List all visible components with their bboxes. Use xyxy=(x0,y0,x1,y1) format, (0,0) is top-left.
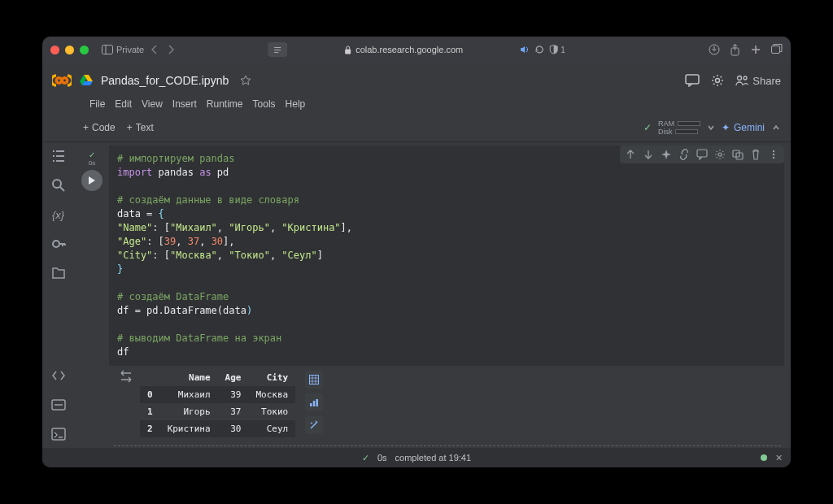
left-rail: {x} xyxy=(42,142,75,448)
menu-file[interactable]: File xyxy=(89,98,105,110)
delete-cell-icon[interactable] xyxy=(750,149,761,160)
svg-rect-19 xyxy=(52,428,65,440)
gemini-button[interactable]: ✦ Gemini xyxy=(722,122,765,133)
toc-icon[interactable] xyxy=(51,149,66,163)
col-name: Name xyxy=(160,369,218,386)
back-button[interactable] xyxy=(150,45,159,54)
new-tab-icon[interactable] xyxy=(750,44,761,55)
colab-logo-icon[interactable] xyxy=(52,71,72,90)
menu-runtime[interactable]: Runtime xyxy=(207,98,243,110)
svg-point-10 xyxy=(62,78,67,83)
share-button[interactable]: Share xyxy=(735,75,781,87)
secrets-icon[interactable] xyxy=(51,237,66,251)
status-completed: completed at 19:41 xyxy=(395,453,472,463)
variables-icon[interactable]: {x} xyxy=(51,207,66,222)
refresh-icon[interactable] xyxy=(534,46,544,54)
terminal-icon[interactable] xyxy=(51,427,66,441)
reader-button[interactable] xyxy=(268,42,287,57)
interactive-table-icon[interactable] xyxy=(305,371,323,389)
svg-rect-3 xyxy=(274,50,281,50)
files-icon[interactable] xyxy=(51,266,66,280)
menu-tools[interactable]: Tools xyxy=(253,98,276,110)
share-icon[interactable] xyxy=(730,44,740,56)
add-code-button[interactable]: +Code xyxy=(83,122,116,133)
svg-rect-8 xyxy=(772,46,780,53)
toggle-output-icon[interactable] xyxy=(119,369,133,384)
gemini-star-icon: ✦ xyxy=(722,122,730,133)
dataframe-table: Name Age City 0 Михаил 39 Москва 1 Игорь… xyxy=(140,369,295,437)
resource-indicator[interactable]: RAM Disk xyxy=(658,119,700,136)
svg-rect-4 xyxy=(274,52,278,53)
gemini-cell-icon[interactable] xyxy=(661,149,672,160)
audio-icon[interactable] xyxy=(520,46,530,54)
svg-point-15 xyxy=(53,180,61,188)
lock-icon xyxy=(344,46,351,54)
private-badge: Private xyxy=(102,45,144,54)
chart-icon[interactable] xyxy=(305,393,323,411)
add-text-button[interactable]: +Text xyxy=(127,122,154,133)
status-time: 0s xyxy=(377,453,387,463)
magic-wand-icon[interactable] xyxy=(305,416,323,434)
svg-rect-30 xyxy=(316,399,319,406)
forward-button[interactable] xyxy=(167,45,175,54)
tabs-icon[interactable] xyxy=(771,44,783,54)
search-icon[interactable] xyxy=(51,178,66,193)
private-label: Private xyxy=(116,45,144,54)
menu-help[interactable]: Help xyxy=(286,98,306,110)
traffic-lights xyxy=(50,46,89,54)
shield-count: 1 xyxy=(560,46,565,54)
maximize-window-button[interactable] xyxy=(80,46,89,54)
move-down-icon[interactable] xyxy=(643,149,654,160)
toolbar: +Code +Text ✓ RAM Disk ✦ Gemini xyxy=(42,113,791,142)
cell-status-check-icon: ✓ xyxy=(89,150,95,159)
svg-point-12 xyxy=(716,79,720,83)
comment-icon[interactable] xyxy=(685,74,700,87)
code-snippets-icon[interactable] xyxy=(51,368,66,383)
command-palette-icon[interactable] xyxy=(51,398,66,412)
close-status-icon[interactable]: ✕ xyxy=(775,453,783,463)
more-icon[interactable] xyxy=(768,149,779,160)
cell-settings-icon[interactable] xyxy=(714,149,726,160)
status-check-icon: ✓ xyxy=(362,453,369,463)
mirror-cell-icon[interactable] xyxy=(732,149,744,160)
svg-point-24 xyxy=(773,150,774,152)
shield-icon[interactable] xyxy=(549,45,558,54)
svg-point-14 xyxy=(744,76,747,80)
status-bar: ✓ 0s completed at 19:41 ✕ xyxy=(42,448,791,467)
notebook-title[interactable]: Pandas_for_CODE.ipynb xyxy=(101,74,229,87)
table-row: 2 Кристина 30 Сеул xyxy=(140,420,295,437)
link-icon[interactable] xyxy=(678,149,690,160)
move-up-icon[interactable] xyxy=(625,149,636,160)
star-icon[interactable] xyxy=(240,75,251,86)
sidebar-icon[interactable] xyxy=(102,45,113,54)
colab-header: Pandas_for_CODE.ipynb Share xyxy=(42,63,791,98)
cell-comment-icon[interactable] xyxy=(696,149,708,160)
download-icon[interactable] xyxy=(709,44,720,55)
collapse-header-icon[interactable] xyxy=(771,123,781,133)
settings-icon[interactable] xyxy=(711,74,724,87)
browser-titlebar: Private colab.research.google.com 1 xyxy=(42,37,791,63)
play-icon xyxy=(88,176,96,185)
col-city: City xyxy=(248,369,295,386)
minimize-window-button[interactable] xyxy=(65,46,74,54)
svg-point-25 xyxy=(773,154,774,155)
svg-point-13 xyxy=(738,76,742,80)
close-window-button[interactable] xyxy=(50,46,59,54)
svg-rect-20 xyxy=(697,150,707,157)
resource-dropdown-icon[interactable] xyxy=(707,124,715,132)
code-cell: ✓ 0s # импортируем pandas import pandas … xyxy=(75,146,784,366)
address-bar[interactable]: colab.research.google.com xyxy=(344,45,463,54)
connection-check-icon: ✓ xyxy=(643,122,652,133)
svg-rect-0 xyxy=(102,46,113,54)
table-row: 0 Михаил 39 Москва xyxy=(140,386,295,403)
menu-edit[interactable]: Edit xyxy=(115,98,132,110)
menu-insert[interactable]: Insert xyxy=(172,98,197,110)
svg-text:{x}: {x} xyxy=(52,209,65,221)
code-editor[interactable]: # импортируем pandas import pandas as pd… xyxy=(109,146,784,366)
url-text: colab.research.google.com xyxy=(355,45,463,54)
svg-rect-29 xyxy=(313,401,316,406)
menu-view[interactable]: View xyxy=(142,98,163,110)
svg-rect-27 xyxy=(310,376,319,385)
cell-output: Name Age City 0 Михаил 39 Москва 1 Игорь… xyxy=(109,366,784,441)
run-cell-button[interactable] xyxy=(81,170,102,191)
